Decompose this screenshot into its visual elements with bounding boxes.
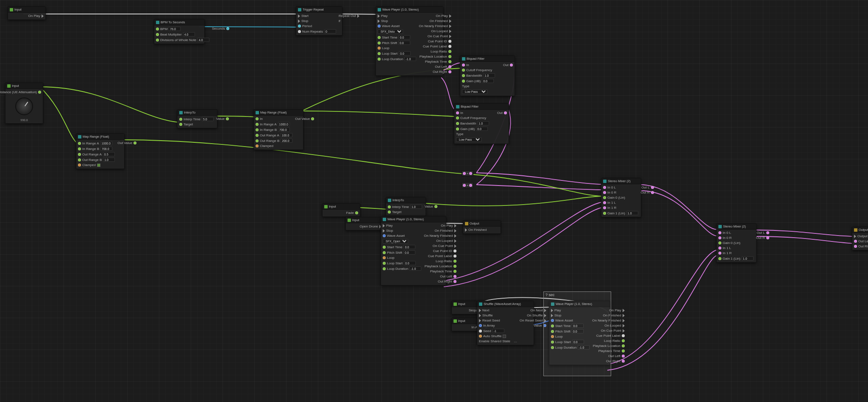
pin[interactable] [156,39,159,42]
exec-pin[interactable] [465,228,467,232]
pitch-input[interactable] [398,41,410,45]
beatmul-input[interactable] [183,32,195,36]
type-select[interactable]: Low Pass [462,89,487,94]
pin[interactable] [651,191,654,194]
pin[interactable] [383,267,386,270]
exec-pin[interactable] [551,314,553,317]
interptime-input[interactable] [202,117,214,121]
div-input[interactable] [198,38,209,42]
pin[interactable] [479,324,482,327]
distance-knob[interactable] [15,97,33,115]
clamped-checkbox[interactable] [97,164,100,167]
exec-pin[interactable] [449,19,451,23]
pin[interactable] [854,240,857,243]
node-wave-player-3[interactable]: Wave Player (1.0, Stereo) Play Stop Wave… [549,301,610,365]
pin[interactable] [854,245,857,248]
pin[interactable] [453,250,456,252]
pin[interactable] [434,205,437,208]
pin[interactable] [718,257,721,260]
ina-input[interactable] [100,141,112,145]
exec-pin[interactable] [623,324,625,327]
exec-pin[interactable] [623,329,625,333]
exec-pin[interactable] [479,319,481,322]
loopdur-input[interactable] [578,345,590,349]
pin[interactable] [78,142,81,145]
numrepeats-input[interactable] [324,29,336,33]
exec-pin[interactable] [854,235,856,238]
pin[interactable] [622,355,625,358]
exec-pin[interactable] [623,319,625,322]
pin[interactable] [378,42,381,44]
loopdur-input[interactable] [409,266,421,271]
bw-input[interactable] [483,73,495,78]
pin[interactable] [453,255,456,258]
pin[interactable] [383,246,386,249]
exec-pin[interactable] [383,229,385,233]
pin[interactable] [453,275,456,278]
pin[interactable] [378,52,381,55]
pin[interactable] [551,346,554,349]
node-biquad-2[interactable]: Biquad Filter In Cutoff Frequency Bandwi… [454,103,509,144]
autoshuffle-checkbox[interactable] [503,335,506,338]
pin[interactable] [453,260,456,263]
pin[interactable] [256,134,259,137]
pin[interactable] [504,111,507,114]
node-input-distance[interactable]: Input Distance (UE Attenuation) 998.8 [5,83,43,124]
pin[interactable] [78,147,81,150]
starttime-input[interactable] [403,245,415,249]
gain-input[interactable] [476,127,488,131]
exec-pin[interactable] [298,19,300,23]
pin[interactable] [456,128,459,130]
pitch-input[interactable] [572,329,584,333]
pin[interactable] [718,252,721,255]
starttime-input[interactable] [572,324,584,328]
node-stereo-mixer-2[interactable]: Stereo Mixer (2) In 0 L In 0 R Gain 0 (L… [716,223,757,263]
pin[interactable] [463,184,466,187]
pin[interactable] [462,69,465,72]
pin[interactable] [453,265,456,268]
loopstart-input[interactable] [404,261,416,265]
interptime-input[interactable] [410,205,422,209]
pin[interactable] [156,33,159,36]
outa-input[interactable] [103,152,115,156]
exec-pin[interactable] [298,14,300,18]
node-bpm-to-seconds[interactable]: BPM To Seconds BPM Beat Multiplier Divis… [154,19,205,44]
node-wave-player-2[interactable]: Wave Player (1.0, Stereo) Play Stop Wave… [381,216,446,286]
pin[interactable] [453,280,456,283]
pin[interactable] [448,50,451,53]
reroute-1[interactable]: × [462,170,473,176]
float-pin[interactable] [38,91,41,94]
pin[interactable] [479,330,482,333]
pin[interactable] [510,64,513,67]
pin[interactable] [156,28,159,30]
node-interpto-1[interactable]: InterpTo Interp Time Target Value [177,109,217,128]
pin[interactable] [456,111,459,114]
exec-pin[interactable] [378,19,380,23]
pin[interactable] [383,234,386,237]
node-output-onfinished[interactable]: Output On Finished [463,220,501,234]
pitch-input[interactable] [403,250,415,255]
pin[interactable] [718,231,721,234]
pin[interactable] [78,158,81,161]
pin[interactable] [179,123,182,126]
pin[interactable] [78,164,81,166]
loopstart-input[interactable] [572,340,584,344]
pin[interactable] [603,206,606,209]
pin[interactable] [256,144,259,147]
exec-pin[interactable] [544,309,546,312]
pin[interactable] [551,335,554,338]
type-select[interactable]: Low Pass [456,137,481,142]
pin[interactable] [378,47,381,50]
pin[interactable] [603,191,606,194]
gain1-input[interactable] [742,256,754,261]
exec-pin[interactable] [623,309,625,312]
pin[interactable] [622,349,625,352]
pin[interactable] [622,344,625,347]
pin[interactable] [603,186,606,189]
exec-pin[interactable] [449,14,451,18]
pin[interactable] [448,65,451,68]
exec-pin[interactable] [623,314,625,317]
gain-input[interactable] [482,79,494,83]
gain1-input[interactable] [626,211,638,215]
node-map-range-1[interactable]: Map Range (Float) In Range A In Range B … [76,133,125,169]
